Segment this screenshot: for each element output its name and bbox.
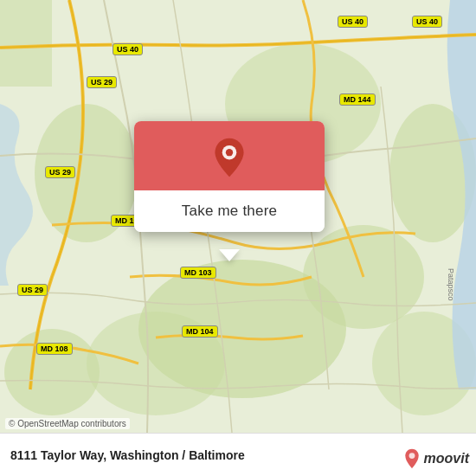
moovit-pin-icon (403, 448, 421, 469)
svg-point-13 (408, 453, 415, 459)
shield-md144: MD 144 (339, 93, 376, 106)
shield-md103-mid: MD 103 (180, 267, 216, 279)
popup-card: Take me there (134, 121, 325, 232)
take-me-there-button[interactable]: Take me there (134, 190, 325, 232)
map-attribution: © OpenStreetMap contributors (5, 418, 130, 429)
map-container: Patapsco US 40 US 40 US 40 US 29 US 29 U… (0, 0, 476, 433)
shield-us40-left: US 40 (113, 43, 143, 55)
svg-rect-9 (0, 0, 52, 87)
address-line: 8111 Taylor Way, Washington / Baltimore (10, 448, 466, 462)
moovit-text: moovit (424, 451, 469, 466)
popup-icon-area (134, 121, 325, 190)
svg-point-7 (4, 329, 100, 415)
svg-point-12 (226, 149, 233, 156)
shield-md108: MD 108 (36, 343, 73, 355)
shield-us40-far-right: US 40 (412, 16, 442, 28)
popup-arrow (219, 249, 240, 261)
shield-us29-top-left: US 29 (87, 76, 117, 88)
location-pin-icon (209, 137, 250, 178)
svg-text:Patapsco: Patapsco (447, 268, 455, 301)
shield-us40-top-right: US 40 (338, 16, 368, 28)
moovit-logo: moovit (403, 448, 469, 469)
shield-us29-bottom: US 29 (17, 284, 48, 296)
bottom-bar: 8111 Taylor Way, Washington / Baltimore … (0, 433, 476, 476)
shield-us29-mid-left: US 29 (45, 166, 75, 178)
shield-md104: MD 104 (182, 325, 218, 338)
